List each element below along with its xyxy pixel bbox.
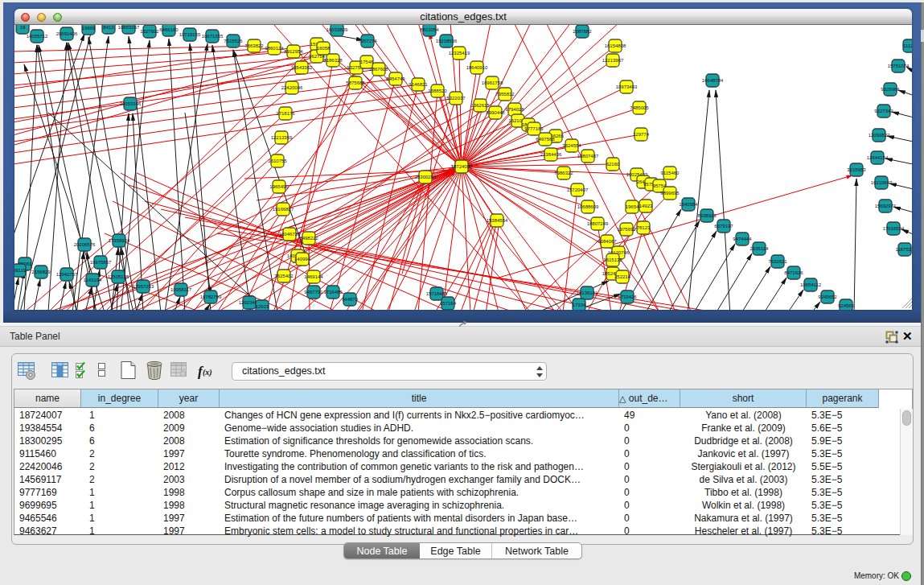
svg-text:22420046: 22420046 — [281, 85, 303, 90]
svg-text:9457791: 9457791 — [304, 290, 323, 295]
svg-text:19166827: 19166827 — [273, 207, 294, 212]
svg-text:16543362: 16543362 — [291, 65, 313, 70]
svg-text:1588520: 1588520 — [428, 89, 447, 93]
svg-text:(x): (x) — [203, 368, 212, 377]
svg-text:10975867: 10975867 — [90, 260, 112, 265]
svg-text:8912954: 8912954 — [284, 49, 303, 54]
svg-text:7955812: 7955812 — [495, 92, 515, 97]
svg-text:12213369: 12213369 — [271, 135, 293, 140]
svg-text:12942757: 12942757 — [56, 272, 78, 277]
svg-text:15716485: 15716485 — [426, 291, 448, 296]
svg-text:8813054: 8813054 — [420, 27, 439, 32]
svg-text:9146821: 9146821 — [409, 82, 428, 87]
svg-text:18640910: 18640910 — [466, 65, 488, 70]
svg-text:17957253: 17957253 — [133, 284, 154, 289]
svg-text:1527602: 1527602 — [140, 29, 159, 34]
svg-text:6794028: 6794028 — [505, 107, 524, 112]
svg-text:5875685: 5875685 — [346, 80, 365, 85]
svg-text:9115460: 9115460 — [661, 171, 680, 175]
svg-text:9329966: 9329966 — [881, 87, 900, 92]
svg-text:6497568: 6497568 — [536, 137, 555, 142]
svg-text:16782759: 16782759 — [200, 295, 222, 299]
svg-text:8454749: 8454749 — [386, 76, 405, 81]
svg-text:14055712: 14055712 — [27, 34, 48, 39]
svg-text:1965490: 1965490 — [269, 184, 289, 189]
svg-text:9245652: 9245652 — [818, 295, 837, 299]
svg-text:25300293: 25300293 — [415, 175, 437, 179]
svg-text:19218506: 19218506 — [436, 39, 458, 43]
svg-text:1615132: 1615132 — [603, 257, 622, 262]
svg-text:10654112: 10654112 — [800, 282, 822, 287]
svg-text:12505135: 12505135 — [108, 274, 129, 279]
svg-text:8186328: 8186328 — [323, 58, 343, 63]
svg-text:8990448: 8990448 — [486, 110, 505, 115]
svg-text:5322037: 5322037 — [446, 96, 466, 101]
svg-text:6466160: 6466160 — [159, 27, 179, 32]
svg-text:16033809: 16033809 — [326, 27, 348, 32]
svg-text:7625402: 7625402 — [274, 274, 294, 278]
svg-text:1167533: 1167533 — [896, 247, 912, 252]
svg-text:1143194: 1143194 — [84, 278, 103, 282]
svg-text:14136141: 14136141 — [577, 290, 598, 295]
svg-text:9227342: 9227342 — [874, 109, 893, 113]
svg-text:16648784: 16648784 — [702, 78, 724, 83]
svg-text:10671355: 10671355 — [202, 34, 224, 39]
svg-text:157164: 157164 — [440, 301, 457, 306]
svg-text:1640954: 1640954 — [679, 202, 698, 207]
svg-text:12444154: 12444154 — [867, 155, 889, 160]
svg-text:2087682: 2087682 — [573, 29, 592, 34]
svg-text:8938923: 8938923 — [697, 213, 717, 218]
svg-text:9084067: 9084067 — [598, 239, 617, 244]
svg-text:12923: 12923 — [256, 304, 269, 309]
svg-text:12093822: 12093822 — [869, 133, 890, 138]
svg-text:129774: 129774 — [633, 132, 650, 137]
svg-text:19654: 19654 — [626, 204, 639, 209]
svg-text:1498222: 1498222 — [299, 236, 318, 241]
svg-text:9474444: 9474444 — [733, 237, 752, 241]
svg-text:10719155: 10719155 — [179, 32, 201, 37]
svg-text:944879: 944879 — [342, 297, 359, 302]
svg-text:16961758: 16961758 — [482, 80, 503, 85]
svg-text:10046728: 10046728 — [279, 232, 301, 237]
svg-text:20691406: 20691406 — [56, 31, 78, 36]
svg-text:7485005: 7485005 — [630, 105, 649, 110]
svg-text:7632621: 7632621 — [768, 259, 787, 264]
svg-text:10807487: 10807487 — [577, 154, 599, 159]
svg-text:9860124: 9860124 — [265, 46, 284, 51]
svg-text:9777169: 9777169 — [524, 126, 544, 131]
svg-text:2867608: 2867608 — [369, 67, 388, 72]
svg-text:18807249: 18807249 — [587, 221, 609, 226]
svg-text:7663822: 7663822 — [244, 43, 264, 48]
svg-text:78123: 78123 — [637, 225, 651, 230]
svg-text:10973493: 10973493 — [616, 84, 638, 89]
svg-text:1975692: 1975692 — [617, 227, 636, 232]
svg-text:1610755: 1610755 — [268, 159, 287, 163]
svg-text:12325419: 12325419 — [449, 51, 470, 56]
svg-text:8413: 8413 — [103, 25, 114, 30]
svg-text:21364436: 21364436 — [540, 152, 562, 157]
svg-text:17334: 17334 — [573, 303, 586, 307]
svg-text:1362615: 1362615 — [470, 103, 490, 108]
svg-text:9899695: 9899695 — [660, 191, 680, 196]
svg-text:924565: 924565 — [838, 303, 855, 308]
svg-text:20053346: 20053346 — [120, 101, 142, 106]
svg-text:14923: 14923 — [639, 204, 653, 208]
svg-text:1733426: 1733426 — [618, 295, 637, 299]
svg-text:3716485: 3716485 — [323, 290, 343, 295]
svg-text:62160: 62160 — [606, 162, 620, 167]
svg-text:18724007: 18724007 — [451, 164, 473, 169]
svg-text:8471626: 8471626 — [784, 270, 803, 275]
svg-text:17546: 17546 — [360, 60, 374, 64]
svg-text:252214: 252214 — [614, 274, 631, 279]
svg-text:2156829: 2156829 — [31, 270, 51, 274]
svg-text:140994: 140994 — [294, 257, 311, 262]
svg-text:19: 19 — [20, 25, 26, 30]
svg-text:19384554: 19384554 — [487, 218, 508, 223]
svg-text:7986322: 7986322 — [554, 171, 573, 175]
svg-text:10653267: 10653267 — [118, 25, 140, 30]
svg-text:17359924: 17359924 — [109, 238, 130, 243]
svg-text:20206576: 20206576 — [74, 242, 96, 247]
svg-text:15751074: 15751074 — [888, 64, 910, 68]
svg-text:15720407: 15720407 — [567, 187, 589, 192]
svg-text:2935114: 2935114 — [750, 246, 770, 251]
